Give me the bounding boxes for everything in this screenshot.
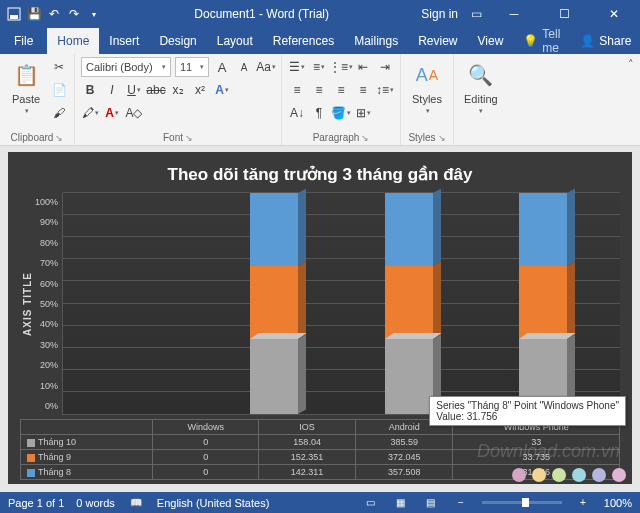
clear-format-icon[interactable]: A◇ bbox=[125, 103, 143, 123]
ribbon-tabs: File Home Insert Design Layout Reference… bbox=[0, 28, 640, 54]
ribbon-options-icon[interactable]: ▭ bbox=[468, 6, 484, 22]
clipboard-icon: 📋 bbox=[10, 59, 42, 91]
increase-indent-icon[interactable]: ⇥ bbox=[376, 57, 394, 77]
document-title: Document1 - Word (Trial) bbox=[102, 7, 421, 21]
justify-icon[interactable]: ≡ bbox=[354, 80, 372, 100]
title-bar: 💾 ↶ ↷ ▾ Document1 - Word (Trial) Sign in… bbox=[0, 0, 640, 28]
read-mode-icon[interactable]: ▭ bbox=[362, 495, 380, 511]
font-size-combo[interactable]: 11▾ bbox=[175, 57, 209, 77]
qat-dropdown-icon[interactable]: ▾ bbox=[86, 6, 102, 22]
print-layout-icon[interactable]: ▦ bbox=[392, 495, 410, 511]
zoom-level[interactable]: 100% bbox=[604, 497, 632, 509]
grow-font-icon[interactable]: A bbox=[213, 57, 231, 77]
tab-file[interactable]: File bbox=[0, 28, 47, 54]
shrink-font-icon[interactable]: A bbox=[235, 57, 253, 77]
sort-icon[interactable]: A↓ bbox=[288, 103, 306, 123]
document-area: Theo dõi tăng trưởng 3 tháng gần đây AXI… bbox=[0, 146, 640, 492]
close-button[interactable]: ✕ bbox=[594, 0, 634, 28]
share-button[interactable]: 👤Share bbox=[570, 28, 640, 54]
chevron-down-icon: ▾ bbox=[25, 107, 29, 115]
watermark: Download.com.vn bbox=[477, 441, 620, 462]
change-case-icon[interactable]: Aa▾ bbox=[257, 57, 275, 77]
tab-references[interactable]: References bbox=[263, 28, 344, 54]
language-indicator[interactable]: English (United States) bbox=[157, 497, 270, 509]
superscript-button[interactable]: x² bbox=[191, 80, 209, 100]
tab-insert[interactable]: Insert bbox=[99, 28, 149, 54]
zoom-slider[interactable] bbox=[482, 501, 562, 504]
paste-button[interactable]: 📋 Paste ▾ bbox=[6, 57, 46, 117]
group-paragraph: ☰▾ ≡▾ ⋮≡▾ ⇤ ⇥ ≡ ≡ ≡ ≡ ↕≡▾ A↓ ¶ 🪣▾ bbox=[282, 54, 401, 145]
minimize-button[interactable]: ─ bbox=[494, 0, 534, 28]
group-styles: AA Styles ▾ Styles↘ bbox=[401, 54, 454, 145]
zoom-out-icon[interactable]: − bbox=[452, 495, 470, 511]
word-count[interactable]: 0 words bbox=[76, 497, 115, 509]
shading-icon[interactable]: 🪣▾ bbox=[332, 103, 350, 123]
chart-tooltip: Series "Tháng 8" Point "Windows Phone" V… bbox=[429, 396, 626, 426]
autosave-icon[interactable] bbox=[6, 6, 22, 22]
styles-button[interactable]: AA Styles ▾ bbox=[407, 57, 447, 117]
cut-icon[interactable]: ✂ bbox=[50, 57, 68, 77]
y-axis-labels: 100%90%80%70%60%50%40%30%20%10%0% bbox=[35, 193, 62, 415]
bullets-icon[interactable]: ☰▾ bbox=[288, 57, 306, 77]
chart-title: Theo dõi tăng trưởng 3 tháng gần đây bbox=[20, 160, 620, 193]
tab-design[interactable]: Design bbox=[149, 28, 206, 54]
decrease-indent-icon[interactable]: ⇤ bbox=[354, 57, 372, 77]
styles-icon: AA bbox=[411, 59, 443, 91]
tab-layout[interactable]: Layout bbox=[207, 28, 263, 54]
tab-review[interactable]: Review bbox=[408, 28, 467, 54]
group-editing: 🔍 Editing ▾ bbox=[454, 54, 508, 145]
dialog-launcher-icon[interactable]: ↘ bbox=[185, 133, 193, 143]
dialog-launcher-icon[interactable]: ↘ bbox=[361, 133, 369, 143]
copy-icon[interactable]: 📄 bbox=[50, 80, 68, 100]
status-bar: Page 1 of 1 0 words 📖 English (United St… bbox=[0, 492, 640, 513]
sign-in-link[interactable]: Sign in bbox=[421, 7, 458, 21]
multilevel-icon[interactable]: ⋮≡▾ bbox=[332, 57, 350, 77]
group-font: Calibri (Body)▾ 11▾ A A Aa▾ B I U▾ abc x… bbox=[75, 54, 282, 145]
chart-object[interactable]: Theo dõi tăng trưởng 3 tháng gần đây AXI… bbox=[8, 152, 632, 484]
share-icon: 👤 bbox=[580, 34, 595, 48]
format-painter-icon[interactable]: 🖌 bbox=[50, 103, 68, 123]
show-marks-icon[interactable]: ¶ bbox=[310, 103, 328, 123]
group-clipboard: 📋 Paste ▾ ✂ 📄 🖌 Clipboard↘ bbox=[0, 54, 75, 145]
font-color-icon[interactable]: A▾ bbox=[103, 103, 121, 123]
bar-ios bbox=[244, 193, 304, 414]
subscript-button[interactable]: x₂ bbox=[169, 80, 187, 100]
plot-area bbox=[62, 193, 620, 415]
collapse-ribbon-icon[interactable]: ˄ bbox=[628, 58, 634, 71]
bar-windows bbox=[110, 193, 170, 414]
axis-title: AXIS TITLE bbox=[20, 272, 35, 336]
borders-icon[interactable]: ⊞▾ bbox=[354, 103, 372, 123]
tab-home[interactable]: Home bbox=[47, 28, 99, 54]
font-name-combo[interactable]: Calibri (Body)▾ bbox=[81, 57, 171, 77]
svg-rect-1 bbox=[10, 15, 18, 19]
strikethrough-button[interactable]: abc bbox=[147, 80, 165, 100]
dialog-launcher-icon[interactable]: ↘ bbox=[438, 133, 446, 143]
save-icon[interactable]: 💾 bbox=[26, 6, 42, 22]
tab-view[interactable]: View bbox=[468, 28, 514, 54]
page-indicator[interactable]: Page 1 of 1 bbox=[8, 497, 64, 509]
text-effects-icon[interactable]: A▾ bbox=[213, 80, 231, 100]
dialog-launcher-icon[interactable]: ↘ bbox=[55, 133, 63, 143]
align-right-icon[interactable]: ≡ bbox=[332, 80, 350, 100]
lightbulb-icon: 💡 bbox=[523, 34, 538, 48]
tab-tellme[interactable]: 💡Tell me bbox=[513, 28, 570, 54]
line-spacing-icon[interactable]: ↕≡▾ bbox=[376, 80, 394, 100]
redo-icon[interactable]: ↷ bbox=[66, 6, 82, 22]
bar-android bbox=[379, 193, 439, 414]
bar-windows-phone bbox=[513, 193, 573, 414]
tab-mailings[interactable]: Mailings bbox=[344, 28, 408, 54]
pager-dots bbox=[512, 468, 626, 482]
editing-button[interactable]: 🔍 Editing ▾ bbox=[460, 57, 502, 117]
underline-button[interactable]: U▾ bbox=[125, 80, 143, 100]
maximize-button[interactable]: ☐ bbox=[544, 0, 584, 28]
spellcheck-icon[interactable]: 📖 bbox=[127, 495, 145, 511]
numbering-icon[interactable]: ≡▾ bbox=[310, 57, 328, 77]
undo-icon[interactable]: ↶ bbox=[46, 6, 62, 22]
bold-button[interactable]: B bbox=[81, 80, 99, 100]
highlight-icon[interactable]: 🖍▾ bbox=[81, 103, 99, 123]
italic-button[interactable]: I bbox=[103, 80, 121, 100]
align-center-icon[interactable]: ≡ bbox=[310, 80, 328, 100]
web-layout-icon[interactable]: ▤ bbox=[422, 495, 440, 511]
align-left-icon[interactable]: ≡ bbox=[288, 80, 306, 100]
zoom-in-icon[interactable]: + bbox=[574, 495, 592, 511]
